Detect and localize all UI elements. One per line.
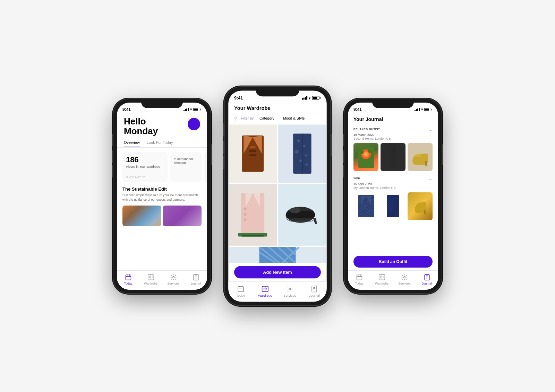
shoes-cell[interactable] [278, 184, 327, 246]
tab-bar-2: Today Wardrobe [228, 281, 327, 302]
wardrobe-icon-2 [261, 285, 269, 293]
mood-filter[interactable]: Mood & Style [280, 115, 307, 121]
time-3: 9:41 [353, 107, 362, 112]
nav-journal[interactable]: Journal [185, 273, 207, 285]
svg-rect-13 [249, 150, 256, 151]
wardrobe-icon [147, 273, 155, 281]
journal-screen: Your Journal RELAXED OUTFIT ··· 19 March… [348, 114, 438, 253]
tab-bar-3: Today Wardrobe [348, 270, 438, 290]
svg-rect-62 [358, 195, 374, 217]
nav-today-2[interactable]: Today [228, 285, 253, 297]
journal-icon-2 [310, 285, 318, 293]
nav-wardrobe-3[interactable]: Wardrobe [370, 273, 393, 285]
pants-image [291, 132, 313, 175]
threads-image [122, 206, 161, 226]
today-label-3: Today [355, 282, 363, 285]
journal-entry-2: WFH ··· 15 April 2020 My London Home, Lo… [348, 174, 438, 223]
svg-point-78 [403, 277, 405, 278]
status-icons-2: ▾ [302, 96, 319, 100]
jacket-image [256, 246, 299, 263]
nav-services-2[interactable]: Services [278, 285, 302, 297]
add-new-item-button[interactable]: Add New Item [234, 266, 321, 278]
battery-icon-3 [424, 108, 431, 111]
nav-today-3[interactable]: Today [348, 273, 370, 285]
wifi-icon-2: ▾ [309, 96, 310, 100]
today-header: HelloMonday [117, 114, 207, 140]
phone-journal: 9:41 ▾ Your Journal [344, 99, 442, 293]
green-sweater-image[interactable] [353, 143, 378, 171]
entry-2-date: 15 April 2020 [353, 182, 433, 186]
avatar[interactable] [188, 118, 200, 130]
signal-icon-3 [415, 108, 420, 111]
gold-shoes-image[interactable] [408, 143, 433, 171]
status-icons-3: ▾ [415, 107, 431, 111]
wardrobe-label-2: Wardrobe [258, 293, 272, 297]
journal-label-3: Journal [422, 282, 432, 285]
wardrobe-label-3: Wardrobe [375, 282, 388, 285]
services-icon-2 [286, 285, 294, 293]
stat-cards: 186 Pieces in Your Wardrobe SINCE MAY '2… [117, 152, 207, 183]
svg-rect-28 [242, 235, 264, 236]
jacket-cell[interactable] [228, 246, 327, 263]
status-icons-1: ▾ [183, 107, 200, 111]
blazer-cell[interactable] [228, 124, 277, 183]
rental-card: Popular rental m... [204, 152, 207, 183]
journal-icon [192, 273, 200, 281]
services-icon [170, 273, 177, 281]
phone-today: 9:41 ▾ HelloM [113, 99, 211, 293]
coat-cell[interactable] [228, 184, 277, 246]
section-title: The Sustainable Edit [117, 186, 207, 192]
tab-bar-1: Today Wardrobe [117, 270, 207, 290]
battery-icon-2 [312, 96, 319, 100]
entry-2-menu[interactable]: ··· [428, 177, 433, 182]
stat-since: SINCE MAY '20 [126, 176, 164, 179]
signal-icon-1 [183, 108, 189, 111]
wifi-icon-1: ▾ [190, 107, 192, 111]
navy-jacket-image[interactable] [353, 192, 378, 220]
gold-shoes-2-image[interactable] [408, 192, 433, 220]
wardrobe-stat-card: 186 Pieces in Your Wardrobe SINCE MAY '2… [122, 152, 168, 183]
wifi-icon-3: ▾ [421, 107, 423, 111]
entry-2-images [353, 192, 433, 220]
dark-blue-pants-image[interactable] [381, 192, 405, 220]
entry-2-location: My London Home, London GB [353, 186, 433, 190]
donation-card: In demand for donation [170, 152, 202, 183]
shoes-1-svg [411, 144, 430, 170]
nav-today[interactable]: Today [117, 273, 139, 285]
black-pants-image[interactable] [381, 143, 405, 171]
wardrobe-screen: Your Wardrobe ⚲ Filter by Category Mood … [228, 102, 327, 263]
section-desc: Discover simple ways to turn your life m… [117, 193, 207, 202]
svg-rect-14 [249, 154, 256, 156]
nav-journal-3[interactable]: Journal [416, 273, 438, 285]
svg-rect-72 [357, 275, 362, 280]
purple-image [163, 206, 202, 226]
scene: 9:41 ▾ HelloM [100, 71, 455, 321]
nav-services[interactable]: Services [162, 273, 185, 285]
entry-1-menu[interactable]: ··· [428, 128, 433, 132]
nav-journal-2[interactable]: Journal [302, 285, 327, 297]
today-label: Today [124, 282, 132, 285]
wardrobe-label: Wardrobe [144, 282, 157, 285]
svg-rect-0 [126, 275, 131, 280]
overview-tabs: Overview Look For Today [117, 140, 207, 148]
build-outfit-button[interactable]: Build an Outfit [353, 256, 433, 268]
nav-wardrobe[interactable]: Wardrobe [139, 273, 162, 285]
category-filter[interactable]: Category [257, 115, 277, 121]
blazer-image [238, 132, 267, 175]
journal-title: Your Journal [348, 114, 438, 125]
pants-cell[interactable] [278, 124, 327, 183]
entry-1-location: Second Home, London GB [353, 137, 433, 140]
search-icon[interactable]: ⚲ [234, 115, 238, 121]
stat-label: Pieces in Your Wardrobe [126, 165, 164, 169]
battery-icon-1 [193, 108, 200, 111]
journal-label: Journal [191, 282, 201, 285]
stat-number: 186 [126, 155, 164, 164]
nav-services-3[interactable]: Services [393, 273, 416, 285]
journal-entry-1: RELAXED OUTFIT ··· 19 March 2020 Second … [348, 125, 438, 174]
tab-look-today[interactable]: Look For Today [147, 140, 173, 147]
entry-1-tag: RELAXED OUTFIT [353, 128, 380, 131]
tab-overview[interactable]: Overview [124, 140, 140, 147]
filter-by-label: Filter by [241, 116, 254, 121]
notch-2 [256, 87, 299, 96]
nav-wardrobe-2[interactable]: Wardrobe [253, 285, 278, 297]
